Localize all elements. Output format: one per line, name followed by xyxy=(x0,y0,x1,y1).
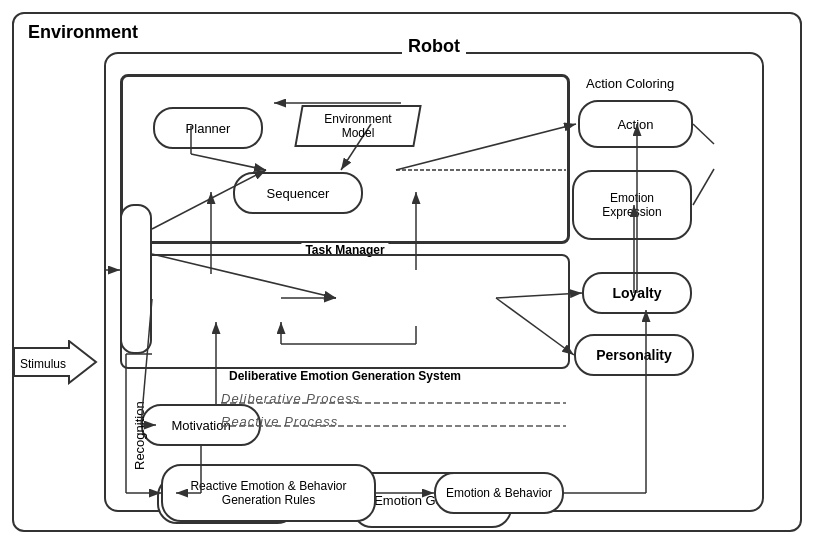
task-manager-box: Task Manager Planner EnvironmentModel Se… xyxy=(120,74,570,244)
loyalty-label: Loyalty xyxy=(612,285,661,301)
personality-label: Personality xyxy=(596,347,671,363)
emotion-expression-box: EmotionExpression xyxy=(572,170,692,240)
degs-box: Deliberative Emotion Generation System C… xyxy=(120,254,570,369)
robot-label: Robot xyxy=(402,36,466,57)
reactive-rules-box: Reactive Emotion & BehaviorGeneration Ru… xyxy=(161,464,376,522)
emotion-behavior-label: Emotion & Behavior xyxy=(446,486,552,500)
environment-label: Environment xyxy=(28,22,138,43)
recognition-label: Recognition xyxy=(132,371,147,501)
action-label: Action xyxy=(617,117,653,132)
sequencer-box: Sequencer xyxy=(233,172,363,214)
env-model-label: EnvironmentModel xyxy=(324,112,391,140)
svg-line-33 xyxy=(693,169,714,205)
loyalty-box: Loyalty xyxy=(582,272,692,314)
emotion-expression-label: EmotionExpression xyxy=(602,191,661,219)
sequencer-label: Sequencer xyxy=(267,186,330,201)
planner-label: Planner xyxy=(186,121,231,136)
deliberative-process-label: Deliberative Process xyxy=(221,391,360,406)
svg-line-32 xyxy=(693,124,714,144)
recognition-box: Recognition xyxy=(120,204,152,354)
env-model-box: EnvironmentModel xyxy=(298,105,418,147)
degs-label: Deliberative Emotion Generation System xyxy=(225,369,465,383)
reactive-rules-label: Reactive Emotion & BehaviorGeneration Ru… xyxy=(190,479,346,507)
action-box: Action xyxy=(578,100,693,148)
action-coloring-label: Action Coloring xyxy=(586,76,674,91)
personality-box: Personality xyxy=(574,334,694,376)
emotion-behavior-box: Emotion & Behavior xyxy=(434,472,564,514)
environment-container: Environment Stimulus Robot Task Manager … xyxy=(12,12,802,532)
robot-box: Robot Task Manager Planner EnvironmentMo… xyxy=(104,52,764,512)
reactive-process-label: Reactive Process xyxy=(221,414,338,429)
planner-box: Planner xyxy=(153,107,263,149)
